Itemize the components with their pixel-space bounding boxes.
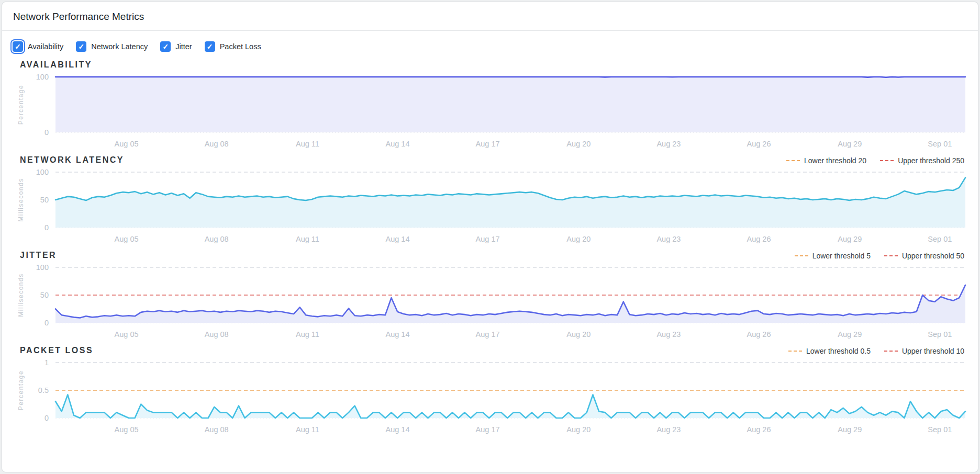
svg-text:1: 1 <box>44 358 49 367</box>
legend-lower-threshold: Lower threshold 0.5 <box>788 347 871 355</box>
section-network-latency: NETWORK LATENCY Lower threshold 20 Upper… <box>10 155 970 245</box>
filter-label: Jitter <box>175 42 192 51</box>
network-latency-chart-title: NETWORK LATENCY <box>20 155 124 165</box>
svg-text:100: 100 <box>36 263 49 272</box>
legend-upper-threshold: Upper threshold 10 <box>884 347 964 355</box>
svg-text:Aug 17: Aug 17 <box>476 140 500 148</box>
availability-chart[interactable]: 1000PercentageAug 05Aug 08Aug 11Aug 14Au… <box>10 71 971 150</box>
filter-label: Network Latency <box>91 42 148 51</box>
svg-text:Sep 01: Sep 01 <box>928 330 952 338</box>
svg-text:Percentage: Percentage <box>17 370 25 410</box>
filter-label: Availability <box>28 42 63 51</box>
filter-jitter[interactable]: Jitter <box>160 41 192 52</box>
svg-text:0: 0 <box>44 319 49 327</box>
svg-text:Sep 01: Sep 01 <box>928 425 952 434</box>
svg-text:50: 50 <box>40 196 49 204</box>
section-packet-loss: PACKET LOSS Lower threshold 0.5 Upper th… <box>10 346 970 436</box>
packet-loss-chart-title: PACKET LOSS <box>20 346 93 355</box>
filter-network-latency[interactable]: Network Latency <box>76 41 148 52</box>
svg-text:Aug 29: Aug 29 <box>838 140 862 148</box>
legend-upper-threshold: Upper threshold 250 <box>880 156 964 165</box>
svg-text:Sep 01: Sep 01 <box>928 140 952 148</box>
filter-packet-loss[interactable]: Packet Loss <box>205 41 261 52</box>
svg-text:Aug 20: Aug 20 <box>566 425 591 434</box>
svg-text:Aug 17: Aug 17 <box>476 330 500 338</box>
svg-text:Aug 11: Aug 11 <box>296 140 319 148</box>
svg-text:Aug 14: Aug 14 <box>386 140 410 148</box>
filter-availability[interactable]: Availability <box>13 41 63 52</box>
svg-text:Aug 17: Aug 17 <box>476 425 500 434</box>
network-latency-checkbox-icon[interactable] <box>76 41 86 52</box>
svg-text:Aug 20: Aug 20 <box>566 140 591 148</box>
legend-label: Upper threshold 50 <box>902 252 964 260</box>
svg-text:Aug 11: Aug 11 <box>296 235 319 243</box>
upper-threshold-dash-icon <box>884 351 898 352</box>
lower-threshold-dash-icon <box>795 255 808 256</box>
availability-checkbox-icon[interactable] <box>13 41 23 52</box>
svg-text:Aug 08: Aug 08 <box>205 140 229 148</box>
card-body: Availability Network Latency Jitter Pack… <box>2 31 978 441</box>
lower-threshold-dash-icon <box>788 351 802 352</box>
svg-text:Aug 05: Aug 05 <box>115 235 139 243</box>
upper-threshold-dash-icon <box>880 160 894 161</box>
card-header: Network Performance Metrics <box>2 2 978 30</box>
svg-text:Aug 29: Aug 29 <box>838 330 862 338</box>
svg-text:Milliseconds: Milliseconds <box>17 273 25 317</box>
legend-lower-threshold: Lower threshold 20 <box>786 156 866 165</box>
svg-text:Aug 14: Aug 14 <box>386 330 410 338</box>
svg-text:Aug 20: Aug 20 <box>566 235 591 243</box>
availability-chart-title: AVAILABILITY <box>20 60 92 70</box>
packet-loss-checkbox-icon[interactable] <box>205 41 215 52</box>
svg-text:0: 0 <box>44 128 49 137</box>
legend-upper-threshold: Upper threshold 50 <box>884 252 964 260</box>
svg-text:Aug 23: Aug 23 <box>656 140 681 148</box>
legend-lower-threshold: Lower threshold 5 <box>795 252 871 260</box>
network-latency-chart[interactable]: 100500MillisecondsAug 05Aug 08Aug 11Aug … <box>10 166 971 245</box>
upper-threshold-dash-icon <box>884 255 898 256</box>
svg-text:0: 0 <box>44 223 49 232</box>
svg-text:Aug 11: Aug 11 <box>296 330 319 338</box>
page-title: Network Performance Metrics <box>13 11 144 22</box>
svg-text:Aug 14: Aug 14 <box>386 425 410 434</box>
svg-text:Aug 23: Aug 23 <box>656 330 681 338</box>
packet-loss-chart[interactable]: 10.50PercentageAug 05Aug 08Aug 11Aug 14A… <box>10 356 971 436</box>
legend-label: Lower threshold 0.5 <box>806 347 871 355</box>
svg-text:Aug 23: Aug 23 <box>656 235 681 243</box>
svg-text:0.5: 0.5 <box>38 386 49 394</box>
svg-text:Aug 05: Aug 05 <box>115 140 139 148</box>
svg-text:Sep 01: Sep 01 <box>928 235 952 243</box>
svg-text:Aug 29: Aug 29 <box>838 425 862 434</box>
svg-text:Aug 29: Aug 29 <box>838 235 862 243</box>
svg-text:Aug 14: Aug 14 <box>386 235 410 243</box>
jitter-chart-title: JITTER <box>20 251 57 260</box>
svg-text:Percentage: Percentage <box>17 85 25 125</box>
threshold-legend: Lower threshold 0.5 Upper threshold 10 <box>788 347 968 355</box>
legend-label: Upper threshold 250 <box>898 156 964 165</box>
legend-label: Lower threshold 5 <box>812 252 871 260</box>
svg-text:Aug 26: Aug 26 <box>747 425 771 434</box>
svg-text:Milliseconds: Milliseconds <box>17 178 25 221</box>
filter-label: Packet Loss <box>220 42 261 51</box>
svg-text:Aug 08: Aug 08 <box>205 235 229 243</box>
section-jitter: JITTER Lower threshold 5 Upper threshold… <box>10 251 970 341</box>
svg-text:Aug 08: Aug 08 <box>205 330 229 338</box>
svg-text:0: 0 <box>44 414 49 422</box>
svg-text:50: 50 <box>40 291 49 299</box>
svg-text:Aug 08: Aug 08 <box>205 425 229 434</box>
svg-text:Aug 05: Aug 05 <box>115 425 139 434</box>
legend-label: Upper threshold 10 <box>902 347 964 355</box>
svg-text:Aug 26: Aug 26 <box>747 140 771 148</box>
svg-text:Aug 11: Aug 11 <box>296 425 319 434</box>
section-availability: AVAILABILITY 1000PercentageAug 05Aug 08A… <box>10 60 970 150</box>
jitter-checkbox-icon[interactable] <box>160 41 171 52</box>
svg-text:Aug 20: Aug 20 <box>566 330 591 338</box>
svg-text:Aug 26: Aug 26 <box>747 235 771 243</box>
metric-filters: Availability Network Latency Jitter Pack… <box>13 41 970 52</box>
lower-threshold-dash-icon <box>786 160 800 161</box>
metrics-card: Network Performance Metrics Availability… <box>2 2 978 472</box>
svg-text:100: 100 <box>36 73 49 81</box>
threshold-legend: Lower threshold 20 Upper threshold 250 <box>786 156 968 165</box>
jitter-chart[interactable]: 100500MillisecondsAug 05Aug 08Aug 11Aug … <box>10 261 971 341</box>
svg-text:100: 100 <box>36 168 49 176</box>
svg-text:Aug 05: Aug 05 <box>115 330 139 338</box>
